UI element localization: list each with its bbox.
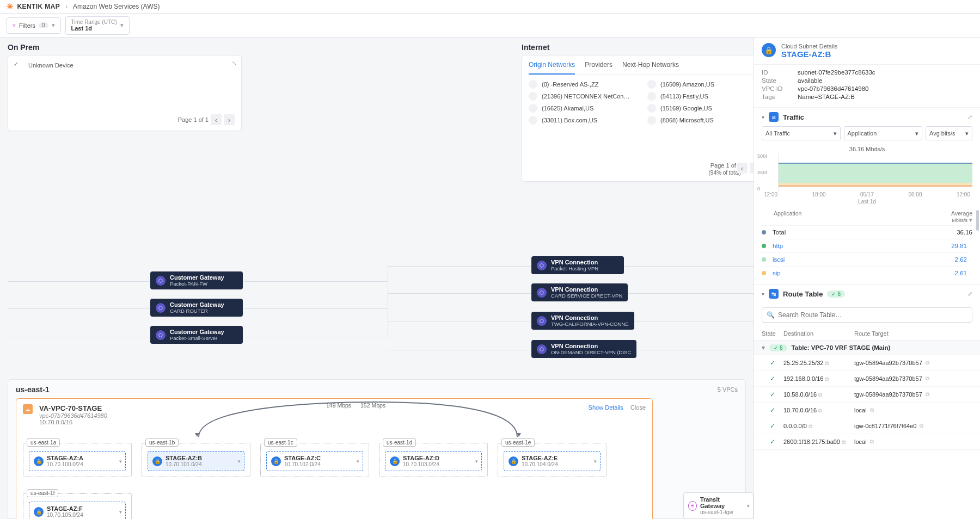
page-next-button[interactable]: › (224, 114, 235, 125)
vpc-icon: ☁ (23, 404, 33, 414)
connector-line (388, 293, 531, 294)
page-prev-button[interactable]: ‹ (737, 163, 748, 174)
copy-icon[interactable]: ⧉ (920, 423, 923, 429)
scrollbar-thumb[interactable] (976, 210, 979, 231)
topology-canvas[interactable]: On Prem ⤢ ⤡ Unknown Device Page 1 of 1 ‹… (0, 38, 754, 519)
search-icon: 🔍 (767, 311, 775, 319)
show-details-link[interactable]: Show Details (589, 404, 623, 411)
copy-icon[interactable]: ⧉ (818, 407, 822, 413)
vpc-count: 5 VPCs (718, 386, 738, 393)
traffic-peak: 36.16 Mbits/s (754, 145, 980, 153)
transit-gateway[interactable]: ✳ Transit Gatewayus-east-1-tgw ▾ (683, 492, 754, 519)
tab-origin-networks[interactable]: Origin Networks (529, 61, 575, 75)
timerange-button[interactable]: Time Range (UTC) Last 1d ▾ (65, 16, 130, 35)
lock-icon: 🔒 (509, 456, 518, 466)
list-item[interactable]: (16509) Amazon,US (647, 80, 754, 89)
table-row[interactable]: sip2.61 (762, 266, 967, 280)
internet-tabs: Origin Networks Providers Next-Hop Netwo… (529, 61, 754, 75)
svg-rect-0 (779, 163, 972, 186)
expand-icon[interactable]: ⤢ (14, 61, 18, 67)
customer-gateway-node[interactable]: ⬡Customer GatewayPacket-PAN-FW (150, 271, 243, 289)
chevron-down-icon: ▾ (475, 459, 478, 464)
page-next-button[interactable]: › (750, 163, 754, 174)
vpn-icon: ⬡ (537, 344, 547, 354)
copy-icon[interactable]: ⧉ (926, 360, 929, 366)
chevron-right-icon: › (65, 3, 68, 10)
network-dot-icon (529, 92, 537, 101)
chevron-down-icon[interactable]: ▾ (969, 217, 972, 223)
traffic-unit-select[interactable]: Avg bits/s▾ (926, 126, 972, 140)
tab-providers[interactable]: Providers (585, 61, 612, 71)
series-dot-icon (762, 271, 766, 275)
connector-line (388, 322, 531, 322)
tab-nexthop-networks[interactable]: Next-Hop Networks (622, 61, 679, 71)
list-item[interactable]: (15169) Google,US (647, 104, 754, 113)
az-box: us-east-1b 🔒STAGE-AZ:B10.70.101.0/24▾ (142, 443, 250, 477)
copy-icon[interactable]: ⧉ (842, 439, 846, 445)
connector-line (8, 337, 150, 337)
copy-icon[interactable]: ⧉ (926, 375, 929, 382)
subnet-selected[interactable]: 🔒STAGE-AZ:B10.70.101.0/24▾ (148, 451, 244, 471)
list-item[interactable]: (8068) Microsoft,US (647, 116, 754, 125)
route-search[interactable]: 🔍 (762, 307, 972, 323)
connector-line (625, 266, 754, 267)
vpc-cidr: 10.70.0.0/16 (39, 419, 107, 425)
copy-icon[interactable]: ⧉ (818, 392, 822, 398)
vpc-box[interactable]: ☁ VA-VPC-70-STAGE vpc-07b79636d47614980 … (16, 398, 653, 519)
az-box: us-east-1c 🔒STAGE-AZ:C10.70.102.0/24▾ (260, 443, 369, 477)
chevron-down-icon: ▾ (238, 459, 241, 464)
customer-gateway-node[interactable]: ⬡Customer GatewayPacket-Small-Server (150, 326, 243, 344)
chevron-down-icon: ▾ (52, 22, 55, 29)
table-row[interactable]: iscsi2.62 (762, 252, 967, 266)
traffic-table: Application AverageMbits/s ▾ Total36.16h… (754, 208, 980, 284)
gateway-icon: ⬡ (156, 276, 166, 286)
vpn-connection-node[interactable]: ⬡VPN ConnectionON-DEMAND DIRECT-VPN (DIS… (531, 340, 636, 358)
route-search-input[interactable] (778, 311, 967, 319)
copy-icon[interactable]: ⧉ (808, 423, 812, 429)
copy-icon[interactable]: ⧉ (870, 407, 874, 413)
subnet[interactable]: 🔒STAGE-AZ:F10.70.105.0/24▾ (29, 502, 126, 519)
connector-line (625, 322, 754, 322)
table-row[interactable]: http29.81 (762, 239, 967, 252)
subnet[interactable]: 🔒STAGE-AZ:D10.70.103.0/24▾ (385, 451, 482, 471)
traffic-dim-select[interactable]: Application▾ (844, 126, 923, 140)
chevron-down-icon: ▾ (834, 130, 837, 137)
copy-icon[interactable]: ⧉ (825, 360, 829, 366)
copy-icon[interactable]: ⧉ (870, 438, 874, 445)
expand-icon[interactable]: ⤢ (967, 114, 972, 121)
connector-line (388, 350, 531, 350)
subnet[interactable]: 🔒STAGE-AZ:A10.70.100.0/24▾ (29, 451, 126, 471)
copy-icon[interactable]: ⧉ (825, 376, 829, 382)
route-table-group[interactable]: ▾ ✓ 6 Table: VPC-70 VRF STAGE (Main) (754, 340, 980, 355)
subnet[interactable]: 🔒STAGE-AZ:C10.70.102.0/24▾ (266, 451, 363, 471)
internet-title: Internet (522, 43, 754, 52)
traffic-section: ▾ ≋ Traffic ⤢ All Traffic▾ Application▾ … (754, 108, 980, 285)
connector-line (388, 266, 388, 338)
list-item[interactable]: (33011) Box.com,US (529, 116, 640, 125)
list-item[interactable]: (0) -Reserved AS-,ZZ (529, 80, 640, 89)
table-row: ✓10.70.0.0/16 ⧉local ⧉ (754, 403, 980, 418)
customer-gateway-node[interactable]: ⬡Customer GatewayCARD ROUTER (150, 299, 243, 317)
vpn-connection-node[interactable]: ⬡VPN ConnectionPacket-Hosting-VPN (531, 256, 624, 274)
subnet[interactable]: 🔒STAGE-AZ:E10.70.104.0/24▾ (504, 451, 601, 471)
vpn-connection-node[interactable]: ⬡VPN ConnectionCARD SERVICE DIRECT-VPN (531, 283, 628, 301)
copy-icon[interactable]: ⧉ (926, 391, 929, 398)
list-item[interactable]: (21396) NETCONNEX NetCon… (529, 92, 640, 101)
route-table-section: ▾ ↹ Route Table ✓ 6 ⤢ 🔍 State Destinatio… (754, 285, 980, 450)
list-item[interactable]: (16625) Akamai,US (529, 104, 640, 113)
caret-down-icon[interactable]: ▾ (762, 291, 764, 297)
page-prev-button[interactable]: ‹ (211, 114, 222, 125)
collapse-icon[interactable]: ⤡ (232, 60, 237, 67)
check-icon: ✓ (762, 422, 783, 430)
expand-icon[interactable]: ⤢ (967, 291, 972, 298)
vpn-connection-node[interactable]: ⬡VPN ConnectionTWG-CALIFORNIA-VPN-CONNE (531, 312, 634, 330)
lock-icon: 🔒 (271, 456, 281, 466)
caret-down-icon[interactable]: ▾ (762, 114, 764, 120)
close-link[interactable]: Close (630, 404, 646, 411)
list-item[interactable]: (54113) Fastly,US (647, 92, 754, 101)
details-title: STAGE-AZ:B (781, 50, 837, 59)
traffic-scope-select[interactable]: All Traffic▾ (762, 126, 841, 140)
filters-button[interactable]: ▿ Filters 0 ▾ (7, 17, 61, 34)
connector-line (244, 337, 388, 337)
breadcrumb-bar: ✳ KENTIK MAP › Amazon Web Services (AWS) (0, 0, 980, 14)
